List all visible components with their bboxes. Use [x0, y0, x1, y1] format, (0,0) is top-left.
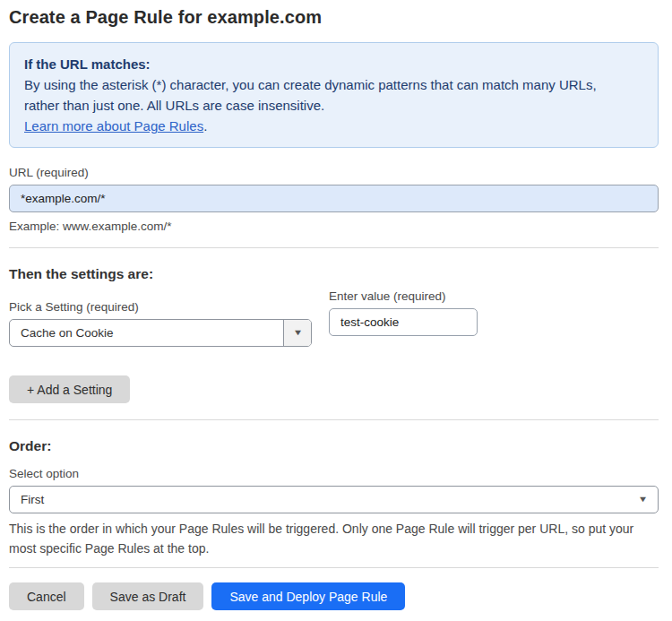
setting-value-label: Enter value (required)	[329, 289, 478, 303]
info-box-body-line1: By using the asterisk (*) character, you…	[24, 74, 643, 95]
info-box-heading: If the URL matches:	[24, 54, 643, 74]
setting-value-input[interactable]	[329, 308, 478, 336]
page-rule-form: Create a Page Rule for example.com If th…	[0, 0, 672, 621]
setting-picker-value: Cache on Cookie	[10, 320, 283, 346]
settings-row: Pick a Setting (required) Cache on Cooki…	[9, 282, 659, 347]
save-draft-button[interactable]: Save as Draft	[92, 582, 204, 610]
setting-picker-column: Pick a Setting (required) Cache on Cooki…	[9, 282, 312, 347]
url-example-text: Example: www.example.com/*	[9, 220, 659, 233]
add-setting-button[interactable]: + Add a Setting	[9, 375, 130, 403]
page-title: Create a Page Rule for example.com	[9, 7, 659, 28]
link-suffix: .	[203, 118, 207, 134]
order-selected-option: First	[21, 493, 44, 506]
form-actions: Cancel Save as Draft Save and Deploy Pag…	[9, 582, 659, 610]
info-box-body-line2: rather than just one. All URLs are case …	[24, 95, 643, 116]
setting-picker-dropdown[interactable]: Cache on Cookie ▼	[9, 319, 312, 347]
setting-value-column: Enter value (required)	[329, 289, 478, 336]
setting-picker-label: Pick a Setting (required)	[9, 300, 312, 314]
divider-settings-order	[9, 419, 659, 420]
order-select-label: Select option	[9, 467, 659, 480]
settings-section-heading: Then the settings are:	[9, 266, 659, 282]
order-help-line1: This is the order in which your Page Rul…	[9, 519, 659, 539]
divider-url-settings	[9, 247, 659, 248]
order-help-line2: most specific Page Rules at the top.	[9, 539, 659, 558]
divider-order-actions	[9, 567, 659, 568]
chevron-down-icon: ▼	[292, 329, 303, 337]
url-match-info-box: If the URL matches: By using the asteris…	[9, 42, 659, 148]
cancel-button[interactable]: Cancel	[9, 582, 84, 610]
url-input[interactable]	[9, 185, 659, 212]
order-select[interactable]: First ▼	[9, 486, 659, 513]
info-box-link-line: Learn more about Page Rules.	[24, 116, 643, 136]
order-help-text: This is the order in which your Page Rul…	[9, 519, 659, 558]
learn-more-link[interactable]: Learn more about Page Rules	[24, 118, 203, 134]
chevron-down-icon: ▼	[638, 496, 649, 504]
setting-picker-arrow-button[interactable]: ▼	[283, 320, 311, 346]
order-section-heading: Order:	[9, 438, 659, 454]
save-deploy-button[interactable]: Save and Deploy Page Rule	[211, 582, 405, 610]
url-field-label: URL (required)	[9, 166, 659, 179]
